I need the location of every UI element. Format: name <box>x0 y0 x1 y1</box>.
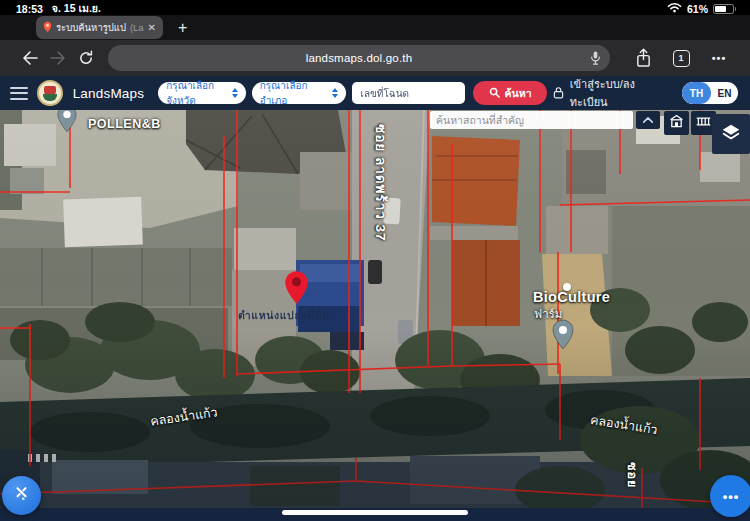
building-layer-button[interactable] <box>664 111 689 135</box>
dol-logo <box>37 80 63 106</box>
login-label: เข้าสู่ระบบ/ลงทะเบียน <box>570 75 664 111</box>
browser-tab[interactable]: ระบบค้นหารูปแปลงที่ดิน (La ✕ <box>36 16 163 39</box>
district-select[interactable]: กรุณาเลือกอำเภอ <box>252 82 347 104</box>
tab-title-truncated: (La <box>130 22 144 33</box>
search-button[interactable]: ค้นหา <box>473 81 546 105</box>
deed-number-input[interactable] <box>352 82 465 104</box>
lang-en-button[interactable]: EN <box>711 82 738 104</box>
battery-percent: 61% <box>687 3 708 15</box>
draw-tools-button[interactable] <box>2 476 41 515</box>
tab-count: 1 <box>673 50 690 67</box>
search-button-label: ค้นหา <box>505 85 532 102</box>
building-icon <box>668 113 685 134</box>
browser-toolbar: landsmaps.dol.go.th 1 ••• <box>0 40 750 76</box>
microphone-icon[interactable] <box>590 50 601 70</box>
province-select[interactable]: กรุณาเลือกจังหวัด <box>158 82 245 104</box>
map-label-bioculture-farm: ฟาร์ม <box>534 305 562 323</box>
tab-close-icon[interactable]: ✕ <box>148 23 156 33</box>
landsmaps-header: LandsMaps กรุณาเลือกจังหวัด กรุณาเลือกอำ… <box>0 76 750 110</box>
address-bar[interactable]: landsmaps.dol.go.th <box>108 45 610 71</box>
crossed-tools-icon <box>11 483 32 508</box>
login-link[interactable]: เข้าสู่ระบบ/ลงทะเบียน <box>553 75 664 111</box>
url-text: landsmaps.dol.go.th <box>306 52 413 64</box>
map-place-search-input[interactable] <box>430 111 633 129</box>
new-tab-button[interactable]: + <box>178 20 187 36</box>
lock-icon <box>553 86 564 101</box>
lang-th-button[interactable]: TH <box>682 82 711 104</box>
tabs-icon[interactable]: 1 <box>666 50 696 67</box>
home-indicator[interactable] <box>282 510 468 515</box>
poi-pin-bioculture-icon[interactable] <box>551 319 575 355</box>
menu-icon[interactable] <box>10 87 28 100</box>
collapse-search-button[interactable] <box>636 111 660 129</box>
status-bar: 18:53 จ. 15 เม.ย. 61% <box>0 0 750 15</box>
poi-pin-pollen-icon[interactable] <box>56 110 78 138</box>
magnifier-icon <box>489 87 500 100</box>
district-select-value: กรุณาเลือกอำเภอ <box>260 78 329 108</box>
back-icon[interactable] <box>16 51 44 65</box>
province-select-value: กรุณาเลือกจังหวัด <box>166 78 227 108</box>
grid-icon <box>695 113 712 134</box>
parcel-pin-icon[interactable] <box>283 269 310 311</box>
map-viewport[interactable]: POLLEN&B ซอย ลาดพร้าว 37 ตำแหน่งแปลงที่ด… <box>0 110 750 508</box>
more-menu-icon[interactable]: ••• <box>704 52 734 64</box>
map-label-parcel-position: ตำแหน่งแปลงที่ดิน <box>238 307 330 324</box>
tab-bar: ระบบค้นหารูปแปลงที่ดิน (La ✕ + <box>0 15 750 40</box>
map-label-bioculture: BioCulture <box>533 289 610 305</box>
ipad-screen: 18:53 จ. 15 เม.ย. 61% ระบบค้นหารูปแปลงที… <box>0 0 750 521</box>
share-icon[interactable] <box>628 48 658 68</box>
battery-icon <box>713 4 734 14</box>
reload-icon[interactable] <box>72 50 100 66</box>
map-label-street: ซอย ลาดพร้าว 37 <box>370 124 392 242</box>
select-updown-icon <box>332 87 338 99</box>
map-label-soi-bottom: ซอย <box>622 462 642 488</box>
map-label-pollen: POLLEN&B <box>88 117 161 131</box>
map-layers-button[interactable] <box>712 114 750 154</box>
chat-more-button[interactable]: ••• <box>710 475 750 517</box>
language-toggle: TH EN <box>682 82 738 104</box>
wifi-icon <box>667 2 682 15</box>
forward-icon[interactable] <box>44 51 72 65</box>
layers-icon <box>720 121 742 147</box>
select-updown-icon <box>232 87 238 99</box>
tab-title: ระบบค้นหารูปแปลงที่ดิน <box>56 20 126 35</box>
clock: 18:53 <box>16 3 43 15</box>
favicon-pin-icon <box>43 19 52 37</box>
brand-title: LandsMaps <box>73 86 145 101</box>
